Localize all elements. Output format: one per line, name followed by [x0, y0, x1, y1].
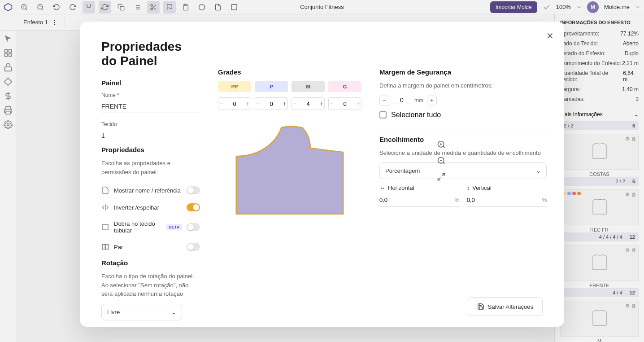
- arrow-horizontal-icon: ↔: [379, 184, 385, 191]
- rotation-select[interactable]: Livre ⌄: [101, 304, 182, 320]
- svg-line-31: [443, 146, 445, 148]
- plus-button[interactable]: +: [318, 98, 324, 110]
- close-button[interactable]: ✕: [544, 31, 555, 41]
- painel-heading: Painel: [101, 79, 200, 87]
- prop-fold: Dobra no tecido tubular: [114, 220, 161, 234]
- shrink-unit-value: Porcentagem: [385, 167, 420, 174]
- stepper-g[interactable]: −+: [328, 97, 361, 110]
- beta-badge: BETA: [166, 224, 182, 230]
- arrow-vertical-icon: ↕: [467, 184, 470, 191]
- grade-g: G: [328, 81, 361, 92]
- tecido-label: Tecido: [101, 121, 200, 127]
- pct-label: %: [455, 197, 460, 203]
- expand-icon[interactable]: [435, 171, 448, 183]
- margin-input[interactable]: [393, 96, 411, 104]
- stepper-input[interactable]: [261, 101, 282, 107]
- select-all-checkbox[interactable]: [379, 111, 387, 118]
- pct-label: %: [542, 197, 547, 203]
- margin-heading: Margem de Segurança: [379, 68, 547, 76]
- svg-line-37: [442, 174, 445, 176]
- vertical-input[interactable]: [467, 194, 542, 206]
- rotation-desc: Escolha o tipo de rotação do painel. Ao …: [101, 272, 200, 298]
- chevron-down-icon: ⌄: [171, 309, 176, 316]
- stepper-input[interactable]: [224, 101, 245, 107]
- prop-pair: Par: [114, 244, 182, 250]
- nome-input[interactable]: [101, 100, 200, 113]
- grade-pp: PP: [218, 81, 251, 92]
- zoom-out-icon[interactable]: [435, 154, 448, 167]
- rotation-value: Livre: [107, 309, 120, 316]
- toggle-show-name[interactable]: [187, 186, 200, 194]
- shrink-heading: Encolhimento: [379, 136, 547, 143]
- stepper-pp[interactable]: −+: [218, 97, 251, 110]
- margin-minus[interactable]: −: [379, 96, 389, 105]
- props-heading: Propriedades: [101, 146, 200, 153]
- chevron-down-icon: ⌄: [536, 167, 541, 174]
- plus-button[interactable]: +: [245, 98, 251, 110]
- toggle-fold[interactable]: [187, 223, 200, 231]
- plus-button[interactable]: +: [282, 98, 287, 110]
- plus-button[interactable]: +: [355, 98, 361, 110]
- save-button[interactable]: Salvar Alterações: [468, 297, 543, 316]
- mirror-icon: [101, 203, 109, 211]
- nome-label: Nome *: [101, 92, 200, 98]
- minus-button[interactable]: −: [218, 98, 224, 110]
- prop-mirror: Inverter /espelhar: [114, 204, 182, 211]
- margin-plus[interactable]: +: [427, 96, 437, 105]
- divider: [379, 128, 547, 128]
- shrink-desc: Selecione a unidade de medida e quantida…: [379, 149, 547, 158]
- minus-button[interactable]: −: [255, 98, 261, 110]
- grade-m: M: [292, 81, 325, 92]
- save-icon: [477, 303, 484, 310]
- tecido-input[interactable]: [101, 129, 200, 142]
- minus-button[interactable]: −: [329, 98, 335, 110]
- fold-icon: [101, 223, 109, 231]
- horizontal-input[interactable]: [379, 194, 455, 206]
- horizontal-label: Horizontal: [388, 184, 414, 191]
- svg-rect-29: [106, 245, 109, 250]
- stepper-p[interactable]: −+: [255, 97, 288, 110]
- grades-heading: Grades: [218, 68, 361, 76]
- svg-line-35: [443, 162, 445, 164]
- rotation-heading: Rotação: [101, 259, 200, 267]
- svg-line-38: [438, 178, 441, 180]
- svg-rect-28: [102, 245, 105, 250]
- svg-rect-27: [103, 224, 108, 230]
- stepper-m[interactable]: −+: [292, 97, 325, 110]
- pair-icon: [101, 243, 109, 251]
- save-label: Salvar Alterações: [488, 303, 533, 310]
- shrink-unit-select[interactable]: Porcentagem ⌄: [379, 162, 547, 179]
- grade-p: P: [255, 81, 288, 92]
- document-icon: [101, 186, 109, 194]
- zoom-in-icon[interactable]: [435, 138, 448, 151]
- stepper-input[interactable]: [335, 101, 355, 107]
- modal-title: Propriedades do Painel: [101, 39, 200, 68]
- stepper-input[interactable]: [298, 101, 318, 107]
- toggle-mirror[interactable]: [187, 203, 200, 211]
- props-desc: Escolha as propriedades e permissões do …: [101, 159, 200, 176]
- margin-desc: Defina a margem do painel em centímetros…: [379, 81, 547, 90]
- prop-show-name: Mostrar nome / referência: [114, 187, 182, 194]
- vertical-label: Vertical: [472, 184, 492, 191]
- panel-preview: [227, 123, 352, 222]
- margin-unit: mm: [414, 97, 423, 104]
- minus-button[interactable]: −: [292, 98, 298, 110]
- toggle-pair[interactable]: [187, 243, 200, 251]
- select-all-label: Selecionar tudo: [391, 111, 441, 119]
